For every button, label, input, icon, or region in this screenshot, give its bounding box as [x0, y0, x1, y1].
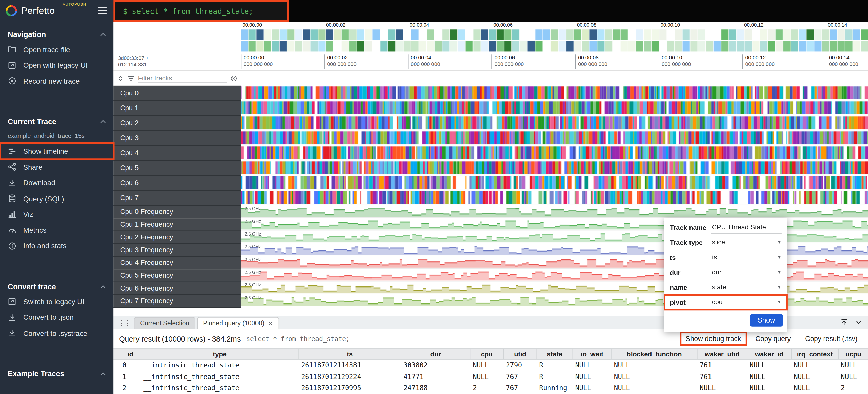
filter-tracks-input[interactable]: Filter tracks... — [138, 73, 227, 83]
collapse-expand-icon[interactable] — [117, 75, 124, 82]
sidebar-item-show-timeline[interactable]: Show timeline — [0, 143, 114, 159]
track-label-cpu-4[interactable]: Cpu 4 — [114, 146, 241, 161]
column-header-id[interactable]: id — [120, 348, 141, 359]
sched-track-canvas[interactable] — [241, 161, 868, 175]
sidebar-item-record-new-trace[interactable]: Record new trace — [0, 73, 114, 89]
track-label-cpu-2[interactable]: Cpu 2 — [114, 116, 241, 131]
track-label-cpu-2-frequency[interactable]: Cpu 2 Frequency — [114, 231, 241, 244]
column-header-io-wait[interactable]: io_wait — [573, 348, 612, 359]
track-label-cpu-6-frequency[interactable]: Cpu 6 Frequency — [114, 282, 241, 295]
track-label-cpu-7[interactable]: Cpu 7 — [114, 191, 241, 206]
column-header-ucpu[interactable]: ucpu — [839, 348, 868, 359]
column-header-cpu[interactable]: cpu — [470, 348, 504, 359]
chevron-down-icon: ▾ — [778, 239, 781, 245]
column-header-irq-context[interactable]: irq_context — [792, 348, 839, 359]
query-omnibox[interactable]: $ select * from thread_state; — [115, 1, 288, 21]
table-cell: 2 — [120, 382, 141, 394]
dialog-select-pivot[interactable]: cpu▾ — [711, 297, 782, 308]
sched-track-canvas[interactable] — [241, 191, 868, 205]
dialog-select-ts[interactable]: ts▾ — [711, 252, 782, 263]
table-body: 0__intrinsic_thread_state261187012114381… — [114, 360, 868, 394]
track-label-cpu-1[interactable]: Cpu 1 — [114, 101, 241, 116]
overview-heatmap-canvas[interactable] — [241, 29, 868, 52]
table-cell: __intrinsic_thread_state — [141, 371, 299, 383]
ruler-time-label: 00:00:10000 000 000 — [659, 54, 691, 69]
sidebar-section-header-convert-trace[interactable]: Convert trace — [0, 279, 114, 294]
sidebar-item-convert-to-json[interactable]: Convert to .json — [0, 310, 114, 325]
sidebar-section-example-traces: Example Traces — [0, 367, 114, 381]
column-header-state[interactable]: state — [537, 348, 573, 359]
sidebar-item-open-trace-file[interactable]: Open trace file — [0, 41, 114, 57]
track-label-cpu-6[interactable]: Cpu 6 — [114, 176, 241, 191]
dialog-field-label: Track type — [670, 238, 711, 247]
sidebar-item-download[interactable]: Download — [0, 175, 114, 191]
table-cell: NULL — [792, 382, 839, 394]
sidebar-item-label: Info and stats — [23, 242, 67, 250]
overview-time-label: 00:00:00 — [243, 22, 262, 28]
column-header-type[interactable]: type — [141, 348, 299, 359]
sched-track-canvas[interactable] — [241, 146, 868, 160]
table-row: 1__intrinsic_thread_state261187012129224… — [114, 371, 868, 383]
sched-track-canvas[interactable] — [241, 101, 868, 115]
expand-panel-icon[interactable] — [840, 318, 848, 326]
sidebar-item-query-sql[interactable]: Query (SQL) — [0, 191, 114, 206]
counter-track-canvas[interactable] — [241, 206, 868, 218]
counter-scale-label: 2.5 GHz — [245, 283, 261, 288]
sidebar-item-convert-to-systrace[interactable]: Convert to .systrace — [0, 325, 114, 341]
menu-icon[interactable] — [97, 6, 107, 16]
copy-query-button[interactable]: Copy query — [750, 333, 796, 345]
copy-result-tsv-button[interactable]: Copy result (.tsv) — [800, 333, 862, 345]
column-header-blocked-function[interactable]: blocked_function — [612, 348, 698, 359]
show-debug-track-button[interactable]: Show debug track — [681, 333, 746, 345]
column-header-ts[interactable]: ts — [299, 348, 401, 359]
counter-scale-label: 2.5 GHz — [245, 257, 261, 262]
track-label-cpu-5[interactable]: Cpu 5 — [114, 161, 241, 176]
perfetto-logo-icon — [6, 5, 17, 17]
sidebar-section-header-example-traces[interactable]: Example Traces — [0, 367, 114, 381]
column-header-waker-utid[interactable]: waker_utid — [698, 348, 747, 359]
dialog-field-label: dur — [670, 269, 711, 276]
sched-track-canvas[interactable] — [241, 86, 868, 101]
track-label-cpu-5-frequency[interactable]: Cpu 5 Frequency — [114, 269, 241, 282]
column-header-dur[interactable]: dur — [401, 348, 470, 359]
track-label-cpu-1-frequency[interactable]: Cpu 1 Frequency — [114, 218, 241, 231]
track-label-cpu-0[interactable]: Cpu 0 — [114, 86, 241, 101]
column-header-utid[interactable]: utid — [504, 348, 537, 359]
sidebar-item-share[interactable]: Share — [0, 159, 114, 175]
sidebar-item-viz[interactable]: Viz — [0, 206, 114, 222]
table-cell: NULL — [612, 382, 698, 394]
channel-badge: AUTOPUSH — [63, 2, 86, 6]
collapse-panel-icon[interactable] — [855, 318, 862, 326]
close-icon[interactable]: ✕ — [268, 320, 273, 326]
dialog-select-track-type[interactable]: slice▾ — [711, 237, 782, 248]
tab-pinned-query-10000[interactable]: Pinned query (10000)✕ — [197, 317, 279, 329]
sidebar-section-header-navigation[interactable]: Navigation — [0, 27, 114, 41]
dialog-field-value: slice — [712, 238, 725, 246]
counter-scale-label: 2.5 GHz — [245, 206, 261, 211]
result-actions: Show debug trackCopy queryCopy result (.… — [681, 333, 862, 345]
track-label-cpu-4-frequency[interactable]: Cpu 4 Frequency — [114, 257, 241, 269]
dialog-select-name[interactable]: state▾ — [711, 282, 782, 293]
track-label-cpu-3[interactable]: Cpu 3 — [114, 131, 241, 146]
track-label-cpu-0-frequency[interactable]: Cpu 0 Frequency — [114, 206, 241, 218]
sidebar-section-header-current-trace[interactable]: Current Trace — [0, 114, 114, 129]
sidebar-item-open-with-legacy-ui[interactable]: Open with legacy UI — [0, 57, 114, 73]
dialog-input-track-name[interactable]: CPU Thread State — [711, 222, 782, 233]
column-header-waker-id[interactable]: waker_id — [747, 348, 792, 359]
sched-track-canvas[interactable] — [241, 131, 868, 145]
track-label-cpu-3-frequency[interactable]: Cpu 3 Frequency — [114, 244, 241, 257]
dialog-select-dur[interactable]: dur▾ — [711, 267, 782, 278]
sched-track-canvas[interactable] — [241, 116, 868, 130]
show-button[interactable]: Show — [750, 314, 783, 327]
track-label-cpu-7-frequency[interactable]: Cpu 7 Frequency — [114, 295, 241, 308]
clear-filter-icon[interactable] — [230, 75, 237, 82]
sidebar-item-switch-to-legacy-ui[interactable]: Switch to legacy UI — [0, 294, 114, 310]
table-cell: NULL — [573, 360, 612, 371]
drag-handle-icon[interactable]: ⋮⋮ — [118, 319, 130, 326]
sidebar-item-info-and-stats[interactable]: Info and stats — [0, 238, 114, 254]
sidebar-item-metrics[interactable]: Metrics — [0, 222, 114, 238]
sched-track-canvas[interactable] — [241, 176, 868, 190]
table-cell: NULL — [573, 371, 612, 383]
sidebar-item-label: Open trace file — [23, 46, 70, 54]
tab-current-selection[interactable]: Current Selection — [134, 317, 195, 329]
